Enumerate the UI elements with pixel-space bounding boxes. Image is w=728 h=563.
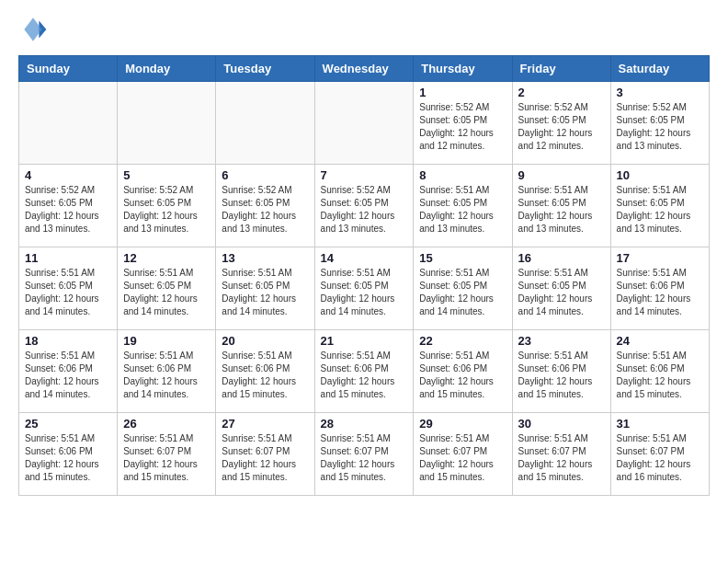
weekday-friday: Friday <box>512 56 610 82</box>
day-info: Sunrise: 5:51 AM Sunset: 6:06 PM Dayligh… <box>25 432 111 484</box>
day-cell-27: 27Sunrise: 5:51 AM Sunset: 6:07 PM Dayli… <box>216 413 314 496</box>
day-number: 12 <box>123 251 210 265</box>
day-info: Sunrise: 5:52 AM Sunset: 6:05 PM Dayligh… <box>123 184 210 236</box>
day-cell-10: 10Sunrise: 5:51 AM Sunset: 6:05 PM Dayli… <box>610 165 709 247</box>
week-row-1: 1Sunrise: 5:52 AM Sunset: 6:05 PM Daylig… <box>19 82 710 165</box>
day-info: Sunrise: 5:51 AM Sunset: 6:05 PM Dayligh… <box>123 267 210 318</box>
day-info: Sunrise: 5:51 AM Sunset: 6:07 PM Dayligh… <box>419 432 506 484</box>
day-number: 27 <box>222 417 308 431</box>
day-cell-17: 17Sunrise: 5:51 AM Sunset: 6:06 PM Dayli… <box>610 247 709 330</box>
day-info: Sunrise: 5:52 AM Sunset: 6:05 PM Dayligh… <box>518 101 605 153</box>
day-number: 10 <box>617 168 703 182</box>
day-cell-12: 12Sunrise: 5:51 AM Sunset: 6:05 PM Dayli… <box>118 247 216 330</box>
day-cell-23: 23Sunrise: 5:51 AM Sunset: 6:06 PM Dayli… <box>512 330 610 413</box>
day-number: 4 <box>25 168 111 182</box>
day-cell-6: 6Sunrise: 5:52 AM Sunset: 6:05 PM Daylig… <box>216 165 314 247</box>
day-info: Sunrise: 5:51 AM Sunset: 6:06 PM Dayligh… <box>222 350 308 401</box>
weekday-saturday: Saturday <box>610 56 709 82</box>
day-cell-13: 13Sunrise: 5:51 AM Sunset: 6:05 PM Dayli… <box>216 247 314 330</box>
day-cell-14: 14Sunrise: 5:51 AM Sunset: 6:05 PM Dayli… <box>314 247 414 330</box>
day-info: Sunrise: 5:51 AM Sunset: 6:05 PM Dayligh… <box>222 267 308 318</box>
empty-cell <box>216 82 314 165</box>
week-row-3: 11Sunrise: 5:51 AM Sunset: 6:05 PM Dayli… <box>19 247 710 330</box>
day-info: Sunrise: 5:51 AM Sunset: 6:05 PM Dayligh… <box>518 184 605 236</box>
empty-cell <box>118 82 216 165</box>
day-info: Sunrise: 5:52 AM Sunset: 6:05 PM Dayligh… <box>321 184 408 236</box>
day-number: 21 <box>321 334 408 348</box>
day-number: 17 <box>617 251 703 265</box>
day-number: 28 <box>321 417 408 431</box>
day-cell-29: 29Sunrise: 5:51 AM Sunset: 6:07 PM Dayli… <box>414 413 512 496</box>
day-cell-2: 2Sunrise: 5:52 AM Sunset: 6:05 PM Daylig… <box>512 82 610 165</box>
day-cell-25: 25Sunrise: 5:51 AM Sunset: 6:06 PM Dayli… <box>19 413 118 496</box>
day-info: Sunrise: 5:51 AM Sunset: 6:05 PM Dayligh… <box>518 267 605 318</box>
day-info: Sunrise: 5:51 AM Sunset: 6:06 PM Dayligh… <box>419 350 506 401</box>
day-number: 30 <box>518 417 605 431</box>
weekday-thursday: Thursday <box>414 56 512 82</box>
empty-cell <box>19 82 118 165</box>
day-cell-7: 7Sunrise: 5:52 AM Sunset: 6:05 PM Daylig… <box>314 165 414 247</box>
day-number: 25 <box>25 417 111 431</box>
weekday-monday: Monday <box>118 56 216 82</box>
day-cell-30: 30Sunrise: 5:51 AM Sunset: 6:07 PM Dayli… <box>512 413 610 496</box>
week-row-4: 18Sunrise: 5:51 AM Sunset: 6:06 PM Dayli… <box>19 330 710 413</box>
day-info: Sunrise: 5:51 AM Sunset: 6:06 PM Dayligh… <box>123 350 210 401</box>
day-cell-8: 8Sunrise: 5:51 AM Sunset: 6:05 PM Daylig… <box>414 165 512 247</box>
day-info: Sunrise: 5:51 AM Sunset: 6:07 PM Dayligh… <box>123 432 210 484</box>
day-number: 9 <box>518 168 605 182</box>
page: SundayMondayTuesdayWednesdayThursdayFrid… <box>0 0 728 514</box>
weekday-header-row: SundayMondayTuesdayWednesdayThursdayFrid… <box>19 56 710 82</box>
day-cell-22: 22Sunrise: 5:51 AM Sunset: 6:06 PM Dayli… <box>414 330 512 413</box>
day-info: Sunrise: 5:51 AM Sunset: 6:06 PM Dayligh… <box>617 350 703 401</box>
day-number: 2 <box>518 86 605 99</box>
day-number: 8 <box>419 168 506 182</box>
day-cell-26: 26Sunrise: 5:51 AM Sunset: 6:07 PM Dayli… <box>118 413 216 496</box>
day-cell-4: 4Sunrise: 5:52 AM Sunset: 6:05 PM Daylig… <box>19 165 118 247</box>
day-number: 7 <box>321 168 408 182</box>
day-cell-16: 16Sunrise: 5:51 AM Sunset: 6:05 PM Dayli… <box>512 247 610 330</box>
day-number: 11 <box>25 251 111 265</box>
day-number: 15 <box>419 251 506 265</box>
day-info: Sunrise: 5:51 AM Sunset: 6:07 PM Dayligh… <box>617 432 703 484</box>
day-info: Sunrise: 5:51 AM Sunset: 6:07 PM Dayligh… <box>518 432 605 484</box>
calendar-table: SundayMondayTuesdayWednesdayThursdayFrid… <box>18 55 710 496</box>
day-info: Sunrise: 5:52 AM Sunset: 6:05 PM Dayligh… <box>419 101 506 153</box>
day-info: Sunrise: 5:51 AM Sunset: 6:06 PM Dayligh… <box>321 350 408 401</box>
day-number: 26 <box>123 417 210 431</box>
day-info: Sunrise: 5:51 AM Sunset: 6:06 PM Dayligh… <box>518 350 605 401</box>
day-cell-1: 1Sunrise: 5:52 AM Sunset: 6:05 PM Daylig… <box>414 82 512 165</box>
day-info: Sunrise: 5:51 AM Sunset: 6:07 PM Dayligh… <box>321 432 408 484</box>
day-cell-15: 15Sunrise: 5:51 AM Sunset: 6:05 PM Dayli… <box>414 247 512 330</box>
day-cell-9: 9Sunrise: 5:51 AM Sunset: 6:05 PM Daylig… <box>512 165 610 247</box>
weekday-wednesday: Wednesday <box>314 56 414 82</box>
day-cell-28: 28Sunrise: 5:51 AM Sunset: 6:07 PM Dayli… <box>314 413 414 496</box>
day-info: Sunrise: 5:52 AM Sunset: 6:05 PM Dayligh… <box>617 101 703 153</box>
day-number: 16 <box>518 251 605 265</box>
day-number: 29 <box>419 417 506 431</box>
day-cell-18: 18Sunrise: 5:51 AM Sunset: 6:06 PM Dayli… <box>19 330 118 413</box>
day-number: 24 <box>617 334 703 348</box>
day-cell-24: 24Sunrise: 5:51 AM Sunset: 6:06 PM Dayli… <box>610 330 709 413</box>
day-info: Sunrise: 5:52 AM Sunset: 6:05 PM Dayligh… <box>222 184 308 236</box>
day-info: Sunrise: 5:51 AM Sunset: 6:05 PM Dayligh… <box>617 184 703 236</box>
day-number: 6 <box>222 168 308 182</box>
logo <box>18 15 51 44</box>
day-number: 1 <box>419 86 506 99</box>
day-info: Sunrise: 5:51 AM Sunset: 6:05 PM Dayligh… <box>419 184 506 236</box>
day-cell-20: 20Sunrise: 5:51 AM Sunset: 6:06 PM Dayli… <box>216 330 314 413</box>
week-row-5: 25Sunrise: 5:51 AM Sunset: 6:06 PM Dayli… <box>19 413 710 496</box>
day-info: Sunrise: 5:51 AM Sunset: 6:06 PM Dayligh… <box>617 267 703 318</box>
day-info: Sunrise: 5:51 AM Sunset: 6:07 PM Dayligh… <box>222 432 308 484</box>
day-cell-11: 11Sunrise: 5:51 AM Sunset: 6:05 PM Dayli… <box>19 247 118 330</box>
day-number: 19 <box>123 334 210 348</box>
day-info: Sunrise: 5:51 AM Sunset: 6:05 PM Dayligh… <box>321 267 408 318</box>
day-number: 18 <box>25 334 111 348</box>
week-row-2: 4Sunrise: 5:52 AM Sunset: 6:05 PM Daylig… <box>19 165 710 247</box>
logo-icon <box>18 15 48 44</box>
day-number: 22 <box>419 334 506 348</box>
weekday-sunday: Sunday <box>19 56 118 82</box>
day-cell-19: 19Sunrise: 5:51 AM Sunset: 6:06 PM Dayli… <box>118 330 216 413</box>
empty-cell <box>314 82 414 165</box>
day-info: Sunrise: 5:52 AM Sunset: 6:05 PM Dayligh… <box>25 184 111 236</box>
day-cell-31: 31Sunrise: 5:51 AM Sunset: 6:07 PM Dayli… <box>610 413 709 496</box>
